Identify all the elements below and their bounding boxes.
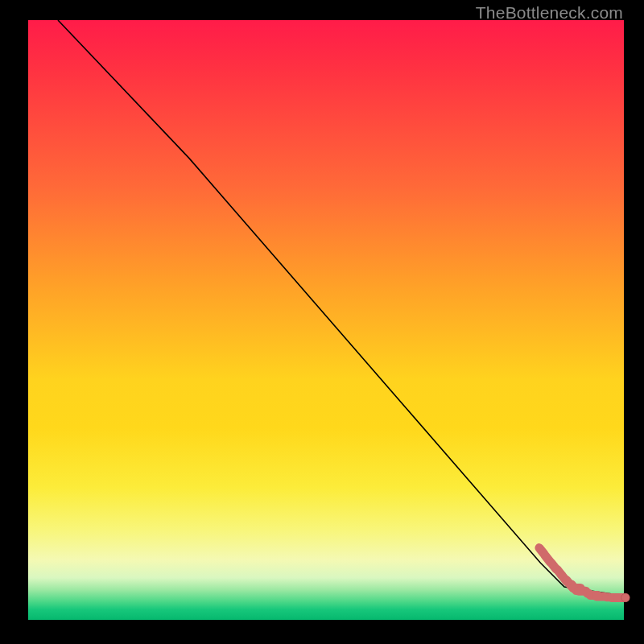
chart-overlay xyxy=(28,20,624,620)
chart-point xyxy=(621,593,630,602)
chart-frame: TheBottleneck.com xyxy=(0,0,644,644)
chart-curve xyxy=(58,20,624,596)
